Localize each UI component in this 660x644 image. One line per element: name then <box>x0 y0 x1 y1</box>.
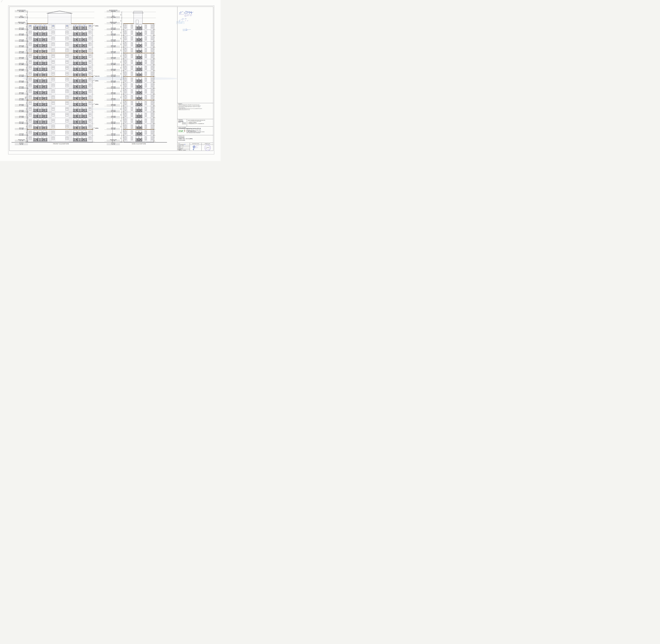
gpm-logo-box: ARCHITECTS & PLANNERS <box>182 122 186 124</box>
consultant-name: Consummate Engineering Services (P) Ltd. <box>178 128 213 129</box>
consultant-address: Noida Office : B - 67, Sector - 67, Noid… <box>186 130 213 131</box>
title-block: PROJECT: Approval of Building Plan of Af… <box>177 7 213 151</box>
architect-phone: T : 46599599 I F 46599512 <box>188 122 213 123</box>
architect-box: ARCHITECT: gpm ARCHITECTS & PLANNERS GIA… <box>178 119 213 127</box>
cespl-logo-bar <box>185 130 185 132</box>
project-box: PROJECT: Approval of Building Plan of Af… <box>178 103 213 119</box>
consultant-address-2: Lko. Office : R 006, Rohtas Plumeria, Go… <box>186 132 213 133</box>
architect-name: GIAN P. MATHUR AND ASSOCIATES (P) LTD. <box>188 120 213 121</box>
drawing-title-box: DRAWING TITLE : ELEVATIONS TOWER TYPE - … <box>178 135 213 143</box>
dn-value: SG/AH/SUB/AR- <box>178 144 184 145</box>
dn-label: D.N. :- <box>178 143 181 144</box>
consultant-label: services consultant <box>178 127 213 128</box>
project-line: Revenue Estate of village Gadoli Kalan i… <box>178 106 213 107</box>
consultant-email: e mail : mail@cespl.in, website : www.ce… <box>186 133 213 133</box>
project-line: measuring 9.103125 acres (License no. 17… <box>178 106 213 107</box>
gpm-logo-sub: & PLANNERS <box>183 123 186 124</box>
date-cell: DATE:- 30 JULY 2020 <box>178 146 190 148</box>
owner-sign-header: OWNER'S SIGN <box>202 143 213 144</box>
drawing-title-label: DRAWING TITLE : <box>178 136 213 136</box>
drawing-sheet: MACHINE ROOM TOPLVL. +47750MUMTYLVL. +44… <box>0 0 220 161</box>
architect-email: E : info@gpmindia.com I W : www.gpmindia… <box>188 123 213 124</box>
architect-signature <box>192 145 196 151</box>
project-line: LALWANI BROTHERS BUILDCON LLP IN COLLABO… <box>178 108 213 109</box>
gpm-logo: gpm <box>178 120 187 122</box>
architect-sign-header: ARCHITECT'S SIGN <box>190 143 202 144</box>
scale-cell: SCALE:- 1:100 <box>178 145 190 146</box>
project-line: Approval of Building Plan of Affordable … <box>178 104 213 106</box>
cespl-tagline: Working Together To Create Value <box>178 132 186 133</box>
check-by-cell: CHECK BY:- NAMITA <box>178 150 190 151</box>
consultant-box: services consultant Consummate Engineeri… <box>178 127 213 135</box>
drawing-title-line: TOWER TYPE - 10 & 11 (2BHK) <box>178 138 213 139</box>
project-line: STERNAL BUILDCON PVT. LTD. <box>178 109 213 110</box>
drawing-title-line: G+19 FLOORS <box>178 140 213 141</box>
signoff-table: D.N. :- SG/AH/SUB/AR-21 SCALE:- 1:100 DA… <box>178 143 213 151</box>
drawn-by-label: DRAWN BY:- <box>178 148 183 149</box>
architect-address: C - 55, East Of Kailash, New Delhi-11006… <box>188 121 213 122</box>
project-line: Being developed by <box>178 107 213 109</box>
owner-stamp: STERNAL BUILDCON PVT. LTD. ★ <box>204 144 211 151</box>
drawn-by-cell: DRAWN BY:- ANANT <box>178 148 190 150</box>
date-label: DATE:- <box>178 147 181 147</box>
consultant-phone: Tel : (0120) 2593500 ( 30 Lines ) <box>186 131 213 132</box>
owner-signature <box>206 147 209 148</box>
drawing-title-line: ELEVATIONS <box>178 137 213 138</box>
